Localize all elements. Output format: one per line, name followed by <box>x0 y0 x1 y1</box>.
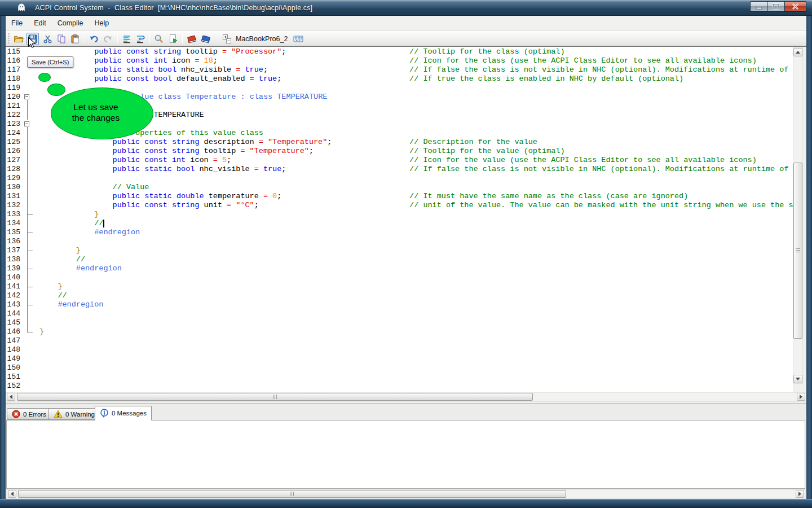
thumb-grip <box>273 395 277 399</box>
minimize-button[interactable] <box>750 1 767 12</box>
scroll-down-button[interactable] <box>793 375 802 383</box>
menu-compile[interactable]: Compile <box>52 17 89 29</box>
line-number: 139 <box>6 264 20 273</box>
maximize-button[interactable] <box>767 1 785 12</box>
title-bar[interactable]: ACPI Control System - Class Editor [M:\N… <box>0 0 812 16</box>
close-button[interactable] <box>785 1 806 12</box>
code-text: // Tooltip for the class (optimal) <box>409 47 564 56</box>
fold-line <box>27 201 28 210</box>
code-text: public static double <box>113 192 209 201</box>
window-title: ACPI Control System - Class Editor [M:\N… <box>35 4 312 12</box>
paste-button[interactable] <box>69 33 81 45</box>
menu-file[interactable]: File <box>6 17 28 29</box>
code-text: // Description for the value <box>409 138 537 147</box>
goto-document-button[interactable] <box>167 33 179 45</box>
line-number: 136 <box>6 237 20 246</box>
tab-messages[interactable]: 0 Messages <box>95 406 152 421</box>
code-text: ; <box>213 56 218 65</box>
paste-icon <box>70 34 80 44</box>
line-number: 151 <box>6 373 20 382</box>
fold-end-tick <box>27 233 33 233</box>
open-button[interactable] <box>12 33 25 45</box>
code-text: = "Temperature" <box>259 138 328 147</box>
code-text: ; <box>281 165 286 174</box>
menu-edit[interactable]: Edit <box>28 17 52 29</box>
blue-book-icon <box>201 34 211 44</box>
keyboard-button[interactable] <box>292 33 304 45</box>
copy-button[interactable] <box>55 33 68 45</box>
device-label[interactable]: MacBookPro6_2 <box>236 35 288 43</box>
code-text: tooltip <box>204 147 241 156</box>
fold-toggle[interactable] <box>24 121 29 126</box>
red-book-button[interactable] <box>186 33 198 45</box>
code-text: ; <box>277 192 281 201</box>
code-text: } <box>58 282 62 291</box>
code-text: // <box>94 219 103 228</box>
device-tree-button[interactable] <box>221 33 233 45</box>
app-icon <box>16 2 27 16</box>
line-number: 144 <box>6 309 20 318</box>
line-number: 122 <box>6 111 20 120</box>
line-number: 127 <box>6 156 20 165</box>
code-text: = <box>263 192 272 201</box>
indent-guides-button[interactable] <box>121 33 133 45</box>
code-text: ; <box>277 75 281 84</box>
tab-label: 0 Warnings <box>65 411 98 418</box>
tab-errors[interactable]: 0 Errors <box>7 408 51 420</box>
fold-line <box>27 102 28 111</box>
line-number: 133 <box>6 210 20 219</box>
scroll-left-button[interactable] <box>7 393 15 401</box>
code-text: public const bool <box>94 75 176 84</box>
line-number: 130 <box>6 183 20 192</box>
line-number: 140 <box>6 273 20 282</box>
menu-bar: File Edit Compile Help <box>6 16 806 30</box>
save-tooltip: Save (Ctrl+S) <box>27 56 73 68</box>
toolbar-grip[interactable] <box>8 33 10 44</box>
search-button[interactable] <box>153 33 165 45</box>
scroll-left-button[interactable] <box>8 490 16 498</box>
scroll-right-button[interactable] <box>796 490 804 498</box>
scroll-right-button[interactable] <box>797 393 805 401</box>
toolbar-separator <box>288 34 288 43</box>
toolbar-separator <box>85 34 85 43</box>
menu-help[interactable]: Help <box>89 17 115 29</box>
toolbar: MacBookPro6_2 <box>6 31 806 46</box>
code-text: = <box>250 75 259 84</box>
line-number: 119 <box>6 84 20 93</box>
open-folder-icon <box>14 34 24 44</box>
code-text: } <box>94 210 99 219</box>
code-text: // Icon for the class (use the ACPI Clas… <box>409 56 757 65</box>
code-text: public const string <box>113 201 204 210</box>
code-text: public const int <box>94 56 172 65</box>
panel-hscroll-thumb[interactable] <box>18 490 566 498</box>
fold-line <box>27 309 28 318</box>
code-text: public static bool <box>113 165 200 174</box>
line-number: 150 <box>6 364 20 373</box>
fold-end-tick <box>27 214 33 215</box>
fold-toggle[interactable] <box>24 94 29 99</box>
line-number: 116 <box>6 56 20 65</box>
cut-button[interactable] <box>42 33 54 45</box>
up-arrow-icon <box>796 49 800 54</box>
code-text: public static bool <box>94 65 181 75</box>
blue-book-button[interactable] <box>200 33 212 45</box>
undo-icon <box>89 34 99 44</box>
line-number: 137 <box>6 246 20 255</box>
undo-button[interactable] <box>88 33 100 45</box>
code-text: ; <box>327 138 332 147</box>
line-number: 138 <box>6 255 20 264</box>
messages-panel: 0 Errors 0 Warnings 0 Messages <box>6 403 806 499</box>
line-number: 120 <box>6 93 20 102</box>
messages-list[interactable] <box>6 420 805 489</box>
hscroll-thumb[interactable] <box>17 393 533 401</box>
scroll-up-button[interactable] <box>793 48 802 56</box>
code-text: true <box>263 165 281 174</box>
fold-line <box>27 192 28 201</box>
fold-end-tick <box>27 305 33 305</box>
code-text: true <box>245 65 263 75</box>
code-text: description <box>204 138 259 147</box>
redo-button[interactable] <box>102 33 114 45</box>
vscroll-thumb[interactable] <box>793 163 802 339</box>
word-wrap-button[interactable] <box>134 33 147 45</box>
tab-label: 0 Errors <box>23 411 46 418</box>
